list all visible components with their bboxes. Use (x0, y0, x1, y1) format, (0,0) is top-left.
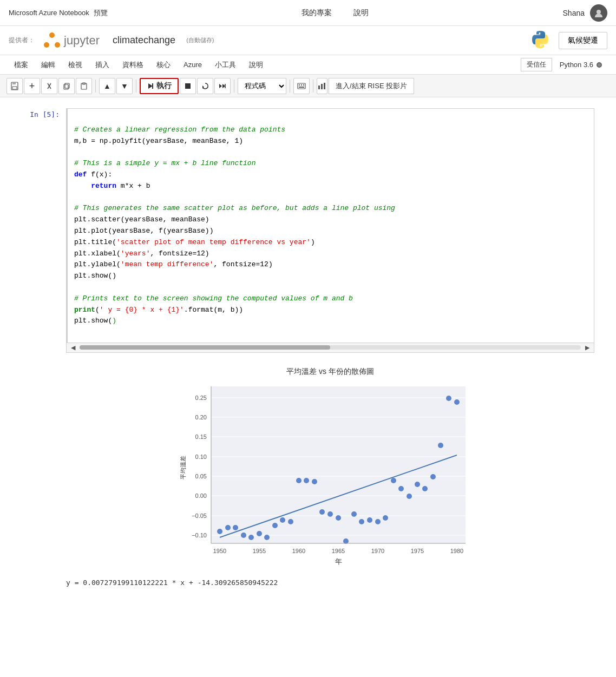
rise-label: 進入/結束 RISE 投影片 (336, 81, 407, 91)
code-content: # Creates a linear regression from the d… (74, 113, 587, 338)
svg-point-75 (375, 519, 381, 524)
svg-point-72 (351, 511, 357, 517)
nav-my-projects[interactable]: 我的專案 (302, 8, 332, 18)
nav-help[interactable]: 說明 (353, 8, 369, 18)
svg-text:1955: 1955 (253, 548, 266, 554)
main-content: In [5]: # Creates a linear regression fr… (0, 97, 616, 597)
save-button[interactable] (6, 78, 23, 94)
menu-file[interactable]: 檔案 (9, 57, 34, 73)
svg-point-1 (49, 32, 55, 38)
horizontal-scrollbar[interactable]: ◀ ▶ (66, 343, 594, 353)
comment-4: # Prints text to the screen showing the … (74, 294, 353, 303)
scroll-right-arrow[interactable]: ▶ (585, 344, 589, 351)
trusted-badge[interactable]: 受信任 (521, 58, 552, 71)
restart-run-button[interactable] (214, 78, 231, 94)
kernel-button[interactable]: 氣候變遷 (559, 32, 607, 49)
svg-point-70 (336, 515, 341, 521)
svg-text:0.10: 0.10 (195, 453, 207, 460)
kernel-info: Python 3.6 (554, 61, 607, 69)
user-name: Shana (563, 9, 585, 17)
svg-text:1975: 1975 (411, 548, 424, 554)
code-line-2: m,b = np.polyfit(yearsBase, meanBase, 1) (74, 137, 243, 145)
svg-rect-7 (64, 84, 68, 89)
stop-button[interactable] (180, 78, 196, 94)
menu-widgets[interactable]: 小工具 (209, 57, 241, 73)
code-title: plt.title('scatter plot of mean temp dif… (74, 238, 315, 246)
svg-text:1960: 1960 (292, 548, 305, 554)
chart-area: 平均溫差 vs 年份的散佈圖 (66, 361, 594, 572)
svg-text:0.05: 0.05 (195, 473, 207, 479)
svg-point-80 (415, 482, 420, 487)
chart-icon (317, 78, 327, 94)
svg-point-58 (241, 533, 246, 538)
code-scatter: plt.scatter(yearsBase, meanBase) (74, 215, 209, 224)
move-down-button[interactable]: ▼ (116, 78, 133, 94)
menu-kernel[interactable]: 核心 (151, 57, 176, 73)
menu-edit[interactable]: 編輯 (36, 57, 61, 73)
rise-button[interactable]: 進入/結束 RISE 投影片 (329, 78, 414, 94)
svg-text:0.25: 0.25 (195, 395, 207, 401)
nav-center: 我的專案 說明 (302, 8, 369, 18)
svg-text:平均溫差: 平均溫差 (180, 456, 186, 479)
svg-rect-21 (303, 84, 304, 86)
svg-text:1970: 1970 (371, 548, 384, 554)
menu-view[interactable]: 檢視 (63, 57, 88, 73)
svg-point-59 (248, 535, 254, 540)
move-up-button[interactable]: ▲ (99, 78, 115, 94)
svg-point-68 (319, 509, 325, 515)
code-show1: plt.show() (74, 272, 116, 280)
scroll-left-arrow[interactable]: ◀ (71, 344, 75, 351)
cell-type-select[interactable]: 程式碼 (238, 78, 286, 94)
code-plot: plt.plot(yearsBase, f(yearsBase)) (74, 227, 213, 235)
scroll-thumb[interactable] (80, 345, 330, 350)
keyboard-button[interactable] (293, 78, 310, 94)
svg-point-76 (383, 515, 388, 521)
add-cell-button[interactable]: + (24, 78, 40, 94)
svg-point-64 (288, 519, 293, 524)
svg-text:1965: 1965 (332, 548, 345, 554)
svg-rect-23 (300, 87, 303, 88)
paste-button[interactable] (76, 78, 92, 94)
svg-point-65 (296, 478, 302, 483)
svg-point-84 (446, 396, 451, 401)
svg-point-82 (430, 474, 436, 479)
preview-label: 預覽 (94, 8, 108, 18)
brand-label: Microsoft Azure Notebook (9, 9, 89, 17)
cut-button[interactable] (41, 78, 57, 94)
cell-label: In [5]: (22, 108, 60, 343)
menu-cell[interactable]: 資料格 (117, 57, 149, 73)
menu-insert[interactable]: 插入 (90, 57, 115, 73)
menu-azure[interactable]: Azure (178, 57, 207, 72)
svg-rect-25 (318, 86, 320, 89)
svg-point-77 (391, 478, 396, 483)
run-button[interactable]: 執行 (140, 78, 179, 94)
svg-rect-13 (185, 83, 191, 89)
svg-rect-8 (65, 83, 69, 88)
scroll-track[interactable] (80, 345, 581, 350)
svg-point-3 (55, 42, 60, 48)
nav-left: Microsoft Azure Notebook 預覽 (9, 8, 108, 18)
svg-text:0.15: 0.15 (195, 433, 207, 440)
chart-title: 平均溫差 vs 年份的散佈圖 (71, 367, 589, 377)
svg-rect-24 (303, 87, 304, 88)
svg-rect-19 (299, 84, 300, 86)
python-icon (530, 30, 550, 49)
restart-button[interactable] (197, 78, 213, 94)
svg-point-63 (280, 517, 285, 523)
notebook-title: climatechange (113, 35, 175, 46)
chart-container: 0.25 0.20 0.15 0.10 0.05 0.00 −0.05 −0.1… (179, 381, 482, 567)
cell-body[interactable]: # Creates a linear regression from the d… (66, 108, 594, 343)
kernel-status-dot (597, 62, 602, 68)
svg-rect-6 (12, 87, 17, 89)
svg-rect-20 (301, 84, 302, 86)
user-avatar[interactable] (590, 4, 607, 22)
svg-text:−0.05: −0.05 (192, 512, 207, 519)
svg-text:0.00: 0.00 (195, 492, 207, 499)
svg-rect-18 (298, 83, 305, 89)
code-ylabel: plt.ylabel('mean temp difference', fonts… (74, 260, 273, 268)
comment-2: # This is a simple y = mx + b line funct… (74, 159, 255, 167)
svg-rect-10 (82, 83, 86, 84)
copy-button[interactable] (58, 78, 75, 94)
jupyter-logo: jupyter (43, 32, 100, 49)
menu-help[interactable]: 說明 (244, 57, 268, 73)
